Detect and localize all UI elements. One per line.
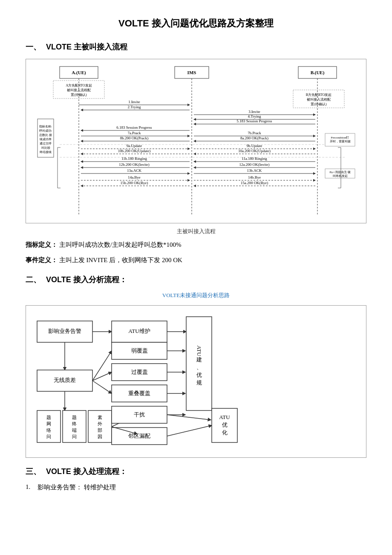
diagram-caption: 主被叫接入流程 xyxy=(26,228,366,235)
svg-text:网: 网 xyxy=(46,421,51,426)
svg-text:部: 部 xyxy=(98,428,102,433)
svg-text:5.183 Session Progress: 5.183 Session Progress xyxy=(236,119,272,123)
svg-text:7a.Prack: 7a.Prack xyxy=(127,131,141,135)
def-indicator: 指标定义： 主叫呼叫成功次数/主叫发起呼叫总数*100% xyxy=(26,239,366,251)
svg-text:6.183 Session Progress: 6.183 Session Progress xyxy=(116,125,152,130)
svg-text:叫终机发起: 叫终机发起 xyxy=(333,174,348,178)
svg-text:B方先配RTO发起: B方先配RTO发起 xyxy=(306,93,332,97)
section2: 二、 VOLTE 接入分析流程： VOLTE未接通问题分析思路 影响业务告警 A… xyxy=(26,275,366,458)
svg-text:、: 、 xyxy=(196,364,202,370)
svg-text:12b.200 OK(Invite): 12b.200 OK(Invite) xyxy=(119,162,150,167)
svg-text:ATU: ATU xyxy=(219,414,230,420)
section3-title: 三、 VOLTE 接入处理流程： xyxy=(26,466,366,477)
section2-label: VOLTE 接入分析流程： xyxy=(46,275,127,285)
svg-text:被叫接入流程配: 被叫接入流程配 xyxy=(307,98,331,101)
event-content: 主叫上发 INVITE 后，收到网络下发 200 OK xyxy=(59,257,182,263)
svg-text:题: 题 xyxy=(46,415,51,420)
section3: 三、 VOLTE 接入处理流程： 1. 影响业务告警： 转维护处理 xyxy=(26,466,366,491)
svg-text:通过主呼: 通过主呼 xyxy=(40,142,52,145)
svg-text:络: 络 xyxy=(46,428,51,433)
svg-text:终: 终 xyxy=(72,421,77,426)
svg-text:因: 因 xyxy=(98,434,102,439)
svg-text:过覆盖: 过覆盖 xyxy=(131,369,148,375)
svg-text:14a.Bye: 14a.Bye xyxy=(128,175,141,179)
svg-text:置(待确认): 置(待确认) xyxy=(311,102,327,106)
svg-text:总数比 接: 总数比 接 xyxy=(39,133,52,137)
svg-text:3.Invite: 3.Invite xyxy=(248,110,260,114)
svg-text:9a.Update: 9a.Update xyxy=(127,144,142,148)
svg-text:12a.200 OK(Invite): 12a.200 OK(Invite) xyxy=(239,162,270,167)
svg-text:B.(UE): B.(UE) xyxy=(311,70,325,75)
event-title-label: 事件定义： xyxy=(26,256,58,263)
svg-text:问: 问 xyxy=(46,434,51,439)
svg-text:规: 规 xyxy=(196,379,202,386)
svg-text:4.Trying: 4.Trying xyxy=(248,114,261,119)
svg-text:13a.ACK: 13a.ACK xyxy=(127,168,142,173)
page-title: VOLTE 接入问题优化思路及方案整理 xyxy=(26,17,366,30)
svg-text:优: 优 xyxy=(222,422,228,428)
svg-text:重叠覆盖: 重叠覆盖 xyxy=(128,390,150,396)
seq-diagram-svg: A.(UE) A方先配RTO发起 被叫接入流程配 置(待确认) IMS B.(U… xyxy=(31,64,361,218)
svg-text:影响业务告警: 影响业务告警 xyxy=(48,328,81,334)
seq-diagram-container: A.(UE) A方先配RTO发起 被叫接入流程配 置(待确认) IMS B.(U… xyxy=(26,59,366,223)
def-title-label: 指标定义： xyxy=(26,241,58,248)
svg-text:ATU: ATU xyxy=(196,345,202,356)
svg-text:呼叫成功/: 呼叫成功/ xyxy=(39,129,52,133)
svg-text:8b.200 OK(Prack): 8b.200 OK(Prack) xyxy=(120,136,149,140)
svg-text:化: 化 xyxy=(222,429,228,436)
section1: 一、 VLOTE 主被叫接入流程 A.(UE) A方先配RTO发起 被叫接入流程… xyxy=(26,42,366,266)
svg-rect-27 xyxy=(293,110,295,113)
svg-text:11a.180 Ringing: 11a.180 Ringing xyxy=(242,156,267,161)
svg-text:ATU维护: ATU维护 xyxy=(128,328,150,334)
item1-num: 1. xyxy=(26,483,34,491)
svg-text:15b.200 OK(Bye): 15b.200 OK(Bye) xyxy=(121,181,148,185)
svg-text:14b.Bye: 14b.Bye xyxy=(248,175,261,179)
svg-text:7b.Prack: 7b.Prack xyxy=(248,131,261,135)
svg-text:11b.180 Ringing: 11b.180 Ringing xyxy=(121,156,147,161)
svg-text:8a.200 OK(Prack): 8a.200 OK(Prack) xyxy=(240,136,268,140)
event-def: 事件定义： 主叫上发 INVITE 后，收到网络下发 200 OK xyxy=(26,254,366,266)
svg-text:Precondition打: Precondition打 xyxy=(331,136,349,139)
svg-text:外: 外 xyxy=(98,421,102,426)
svg-line-143 xyxy=(167,415,211,420)
svg-text:邻区漏配: 邻区漏配 xyxy=(128,433,150,439)
svg-text:干扰: 干扰 xyxy=(134,411,145,418)
flow-diagram-container: 影响业务告警 ATU维护 ATU 建 、 优 规 无线质差 弱覆 xyxy=(26,305,366,458)
svg-text:素: 素 xyxy=(98,415,102,420)
section3-item-1: 1. 影响业务告警： 转维护处理 xyxy=(26,483,366,491)
svg-text:端: 端 xyxy=(72,428,77,433)
item1-bold: 影响业务告警： xyxy=(37,484,82,491)
svg-line-138 xyxy=(167,425,212,436)
section1-title: 一、 VLOTE 主被叫接入流程 xyxy=(26,42,366,52)
svg-rect-94 xyxy=(186,317,212,410)
svg-line-113 xyxy=(92,381,112,393)
section1-label: VLOTE 主被叫接入流程 xyxy=(46,42,127,52)
section2-title: 二、 VOLTE 接入分析流程： xyxy=(26,275,366,285)
svg-text:问: 问 xyxy=(72,434,77,439)
svg-text:终结接续: 终结接续 xyxy=(40,150,52,154)
section2-num: 二、 xyxy=(26,275,41,285)
section1-num: 一、 xyxy=(26,42,41,52)
svg-text:1.Invite: 1.Invite xyxy=(128,100,140,104)
flow-diagram-title: VOLTE未接通问题分析思路 xyxy=(26,292,366,299)
svg-text:9b.Update: 9b.Update xyxy=(246,144,262,148)
svg-text:2.Trying: 2.Trying xyxy=(128,105,141,109)
svg-text:10a.200 OK(Update): 10a.200 OK(Update) xyxy=(238,149,271,153)
flow-diagram-svg: 影响业务告警 ATU维护 ATU 建 、 优 规 无线质差 弱覆 xyxy=(33,312,340,449)
item1-content: 影响业务告警： 转维护处理 xyxy=(37,483,116,491)
svg-text:叫比较: 叫比较 xyxy=(41,146,50,150)
svg-text:13b.ACK: 13b.ACK xyxy=(247,168,262,173)
svg-text:A.(UE): A.(UE) xyxy=(72,70,86,75)
svg-text:10b.200 OK(Update): 10b.200 OK(Update) xyxy=(118,149,150,153)
section3-num: 三、 xyxy=(26,466,41,477)
svg-text:15a.200 OK(Bye): 15a.200 OK(Bye) xyxy=(241,181,268,185)
svg-text:无线质差: 无线质差 xyxy=(54,377,76,383)
def-content: 主叫呼叫成功次数/主叫发起呼叫总数*100% xyxy=(59,241,182,248)
svg-text:指标名称:: 指标名称: xyxy=(39,125,52,128)
item1-text: 转维护处理 xyxy=(84,484,116,491)
svg-text:开时，需要对媒: 开时，需要对媒 xyxy=(330,140,351,143)
svg-text:续成功率: 续成功率 xyxy=(40,138,52,141)
svg-text:建: 建 xyxy=(196,356,202,363)
section3-label: VOLTE 接入处理流程： xyxy=(46,466,127,477)
svg-text:IMS: IMS xyxy=(187,70,196,75)
